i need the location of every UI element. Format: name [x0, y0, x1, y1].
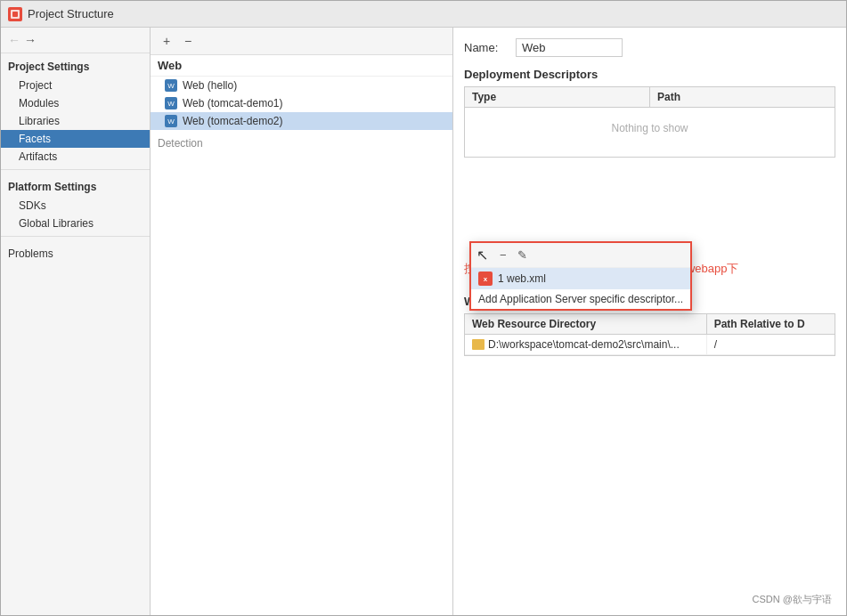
svg-rect-1 [12, 12, 18, 17]
detection-label: Detection [151, 130, 452, 153]
platform-settings-header: Platform Settings [1, 174, 150, 197]
wr-rel-cell: / [707, 335, 835, 354]
tree-item-web-hello[interactable]: W Web (hello) [151, 77, 452, 94]
facet-icon-1: W [165, 79, 177, 92]
dropdown-item-add-server[interactable]: Add Application Server specific descript… [471, 289, 690, 309]
cursor-placeholder: ↖ [476, 247, 493, 263]
wr-table-row: D:\workspace\tomcat-demo2\src\main\... / [465, 335, 835, 355]
main-window: Project Structure ← → Project Settings P… [0, 0, 847, 616]
middle-panel: + − Web W Web (hello) W Web (tomcat-demo… [151, 28, 453, 615]
app-icon [8, 7, 22, 21]
tree-item-web-tomcat-demo1[interactable]: W Web (tomcat-demo1) [151, 94, 452, 112]
middle-toolbar: + − [151, 28, 452, 55]
divider-2 [1, 236, 150, 237]
nothing-to-show: Nothing to show [465, 108, 835, 149]
sidebar-item-libraries[interactable]: Libraries [1, 112, 150, 130]
xml-icon: x [478, 272, 493, 286]
sidebar-item-global-libraries[interactable]: Global Libraries [1, 215, 150, 232]
content-area: ← → Project Settings Project Modules Lib… [1, 28, 846, 615]
name-value[interactable]: Web [516, 38, 623, 57]
right-panel: Name: Web Deployment Descriptors Type Pa… [453, 28, 846, 615]
wr-col1-header: Web Resource Directory [465, 314, 707, 334]
name-field-row: Name: Web [464, 38, 835, 57]
dropdown-edit-btn[interactable]: ✎ [514, 247, 531, 263]
dropdown-minus-btn[interactable]: − [496, 247, 510, 263]
folder-icon [472, 339, 485, 350]
sidebar-item-sdks[interactable]: SDKs [1, 197, 150, 215]
deployment-table: Type Path Nothing to show [464, 86, 835, 158]
forward-arrow[interactable]: → [24, 33, 37, 47]
web-resource-table: Web Resource Directory Path Relative to … [464, 313, 835, 356]
watermark: CSDN @欲与宇语 [753, 593, 832, 606]
back-arrow[interactable]: ← [8, 33, 20, 47]
project-settings-header: Project Settings [1, 53, 150, 77]
sidebar-item-problems[interactable]: Problems [1, 240, 150, 263]
deployment-section-title: Deployment Descriptors [464, 68, 835, 81]
window-title: Project Structure [28, 7, 114, 20]
add-button[interactable]: + [158, 32, 175, 50]
dropdown-toolbar: ↖ − ✎ [471, 243, 690, 268]
dropdown-popup: ↖ − ✎ x 1 web.xml Add Application Server… [469, 241, 692, 311]
sidebar-item-modules[interactable]: Modules [1, 94, 150, 112]
sidebar-item-project[interactable]: Project [1, 77, 150, 94]
remove-button[interactable]: − [179, 32, 197, 50]
wr-col2-header: Path Relative to D [707, 314, 835, 334]
facet-icon-2: W [165, 97, 177, 109]
name-label: Name: [464, 41, 509, 54]
facet-icon-3: W [165, 115, 177, 127]
wr-path-cell: D:\workspace\tomcat-demo2\src\main\... [465, 335, 707, 354]
tree-root-label: Web [151, 55, 452, 77]
nav-arrows: ← → [1, 28, 150, 53]
sidebar-item-facets[interactable]: Facets [1, 130, 150, 148]
table-header: Type Path [465, 87, 835, 108]
wr-table-header: Web Resource Directory Path Relative to … [465, 314, 835, 335]
title-bar: Project Structure [1, 1, 846, 28]
divider-1 [1, 169, 150, 170]
dropdown-item-web-xml[interactable]: x 1 web.xml [471, 268, 690, 289]
sidebar-item-artifacts[interactable]: Artifacts [1, 148, 150, 166]
tree-item-web-tomcat-demo2[interactable]: W Web (tomcat-demo2) [151, 112, 452, 130]
path-col-header: Path [650, 87, 835, 107]
sidebar: ← → Project Settings Project Modules Lib… [1, 28, 151, 615]
type-col-header: Type [465, 87, 650, 107]
